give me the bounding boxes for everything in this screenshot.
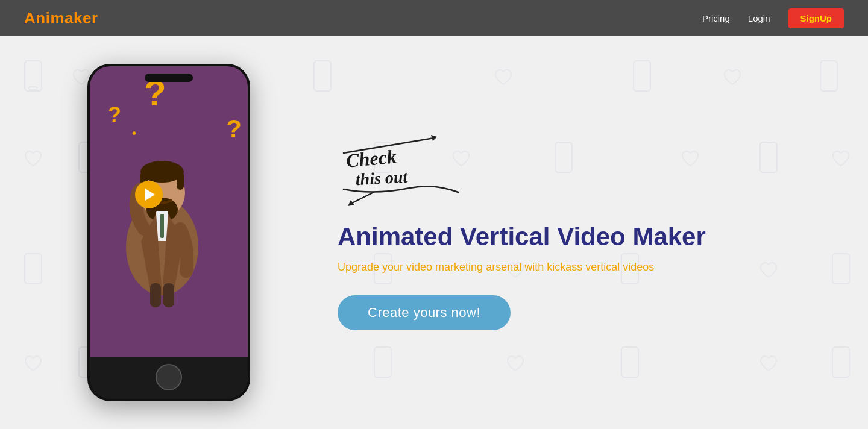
pricing-link[interactable]: Pricing xyxy=(702,13,730,23)
svg-rect-3 xyxy=(634,61,650,91)
check-this-out-svg: Check this out xyxy=(338,135,470,207)
svg-rect-22 xyxy=(177,172,184,190)
svg-line-34 xyxy=(350,192,374,204)
svg-rect-2 xyxy=(314,61,331,91)
login-link[interactable]: Login xyxy=(748,13,770,23)
bg-heart-icon xyxy=(506,355,524,372)
svg-rect-4 xyxy=(820,61,837,91)
check-this-out-graphic: Check this out xyxy=(338,135,832,210)
phone-wrapper: ? ? • ? xyxy=(87,64,250,401)
svg-text:this out: this out xyxy=(355,168,409,189)
question-mark-medium-right: ? xyxy=(226,114,242,143)
logo: Animaker xyxy=(24,9,98,28)
phone-body: ? ? • ? xyxy=(87,64,250,401)
svg-text:Check: Check xyxy=(345,146,397,172)
character-illustration xyxy=(102,102,222,307)
bg-phone-icon xyxy=(313,60,332,92)
phone-mockup-section: ? ? • ? xyxy=(0,64,301,401)
bg-heart-icon xyxy=(760,355,778,372)
navbar: Animaker Pricing Login SignUp xyxy=(0,0,868,36)
signup-button[interactable]: SignUp xyxy=(788,8,844,28)
main-content: ? ? • ? xyxy=(0,36,868,429)
play-button-overlay[interactable] xyxy=(135,181,163,208)
hero-content: Check this out Animated Vertical Video M… xyxy=(301,111,868,354)
bg-heart-icon xyxy=(494,69,512,86)
nav-actions: Pricing Login SignUp xyxy=(702,8,844,28)
phone-notch xyxy=(145,74,193,82)
phone-home-button xyxy=(156,364,182,390)
svg-marker-30 xyxy=(431,135,437,141)
phone-screen: ? ? • ? xyxy=(90,66,248,357)
play-triangle-icon xyxy=(145,189,155,201)
sub-headline: Upgrade your video marketing arsenal wit… xyxy=(338,261,832,274)
main-headline: Animated Vertical Video Maker xyxy=(338,222,832,252)
svg-rect-25 xyxy=(160,214,164,238)
bg-phone-icon xyxy=(820,60,838,92)
svg-rect-28 xyxy=(163,283,174,307)
cta-button[interactable]: Create yours now! xyxy=(338,295,511,330)
svg-rect-27 xyxy=(150,283,161,307)
bg-phone-icon xyxy=(633,60,651,92)
bg-heart-icon xyxy=(723,69,741,86)
